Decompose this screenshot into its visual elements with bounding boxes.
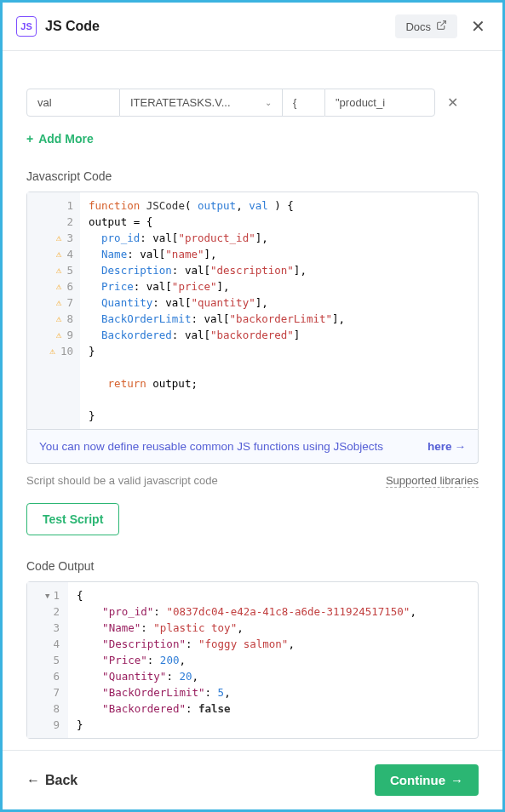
code-line[interactable]: Price: val["price"], (89, 278, 469, 294)
output-line: "Price": 200, (77, 652, 416, 668)
output-line: "Backordered": false (77, 700, 416, 717)
warning-icon: ⚠ (56, 329, 62, 340)
warning-icon: ⚠ (56, 281, 62, 292)
output-gutter-line: 5 (27, 652, 68, 668)
chevron-down-icon: ⌄ (265, 98, 272, 107)
jsobjects-text: You can now define reusable common JS fu… (39, 440, 428, 453)
output-line: { (77, 587, 416, 603)
code-line[interactable]: function JSCode( output, val ) { (89, 197, 469, 214)
output-gutter-line: 4 (27, 636, 68, 652)
warning-icon: ⚠ (56, 297, 62, 308)
output-gutter-line: 8 (27, 700, 68, 717)
param-source-dropdown[interactable]: ITERATETASKS.V... ⌄ (120, 89, 282, 117)
gutter-line: ⚠4 (27, 246, 80, 262)
close-button[interactable]: ✕ (468, 13, 489, 40)
continue-button[interactable]: Continue → (375, 764, 479, 796)
code-line[interactable]: Name: val["name"], (89, 246, 469, 262)
code-line[interactable] (89, 359, 469, 375)
warning-icon: ⚠ (56, 265, 62, 276)
output-body: { "pro_id": "0837dc04-e42a-41c8-a6de-311… (68, 582, 425, 738)
dropdown-value: ITERATETASKS.V... (130, 96, 231, 109)
code-line[interactable]: BackOrderLimit: val["backorderLimit"], (89, 311, 469, 327)
gutter-line (27, 375, 80, 392)
code-line[interactable]: output = { (89, 214, 469, 230)
arrow-right-icon: → (450, 773, 463, 787)
fold-triangle-icon[interactable]: ▼ (45, 592, 49, 600)
test-script-button[interactable]: Test Script (26, 503, 119, 535)
docs-label: Docs (405, 20, 431, 33)
here-label: here (428, 440, 452, 453)
code-line[interactable]: return output; (89, 375, 469, 392)
gutter-line: ⚠9 (27, 327, 80, 343)
docs-button[interactable]: Docs (395, 14, 457, 38)
param-value-preview[interactable]: "product_i (324, 89, 435, 117)
back-button[interactable]: ← Back (26, 773, 77, 788)
arrow-right-icon: → (455, 440, 467, 453)
arrow-left-icon: ← (26, 773, 40, 788)
code-body[interactable]: function JSCode( output, val ) {output =… (80, 192, 478, 429)
output-line: "Quantity": 20, (77, 668, 416, 684)
code-section-label: Javascript Code (26, 169, 479, 183)
output-line: "pro_id": "0837dc04-e42a-41c8-a6de-31192… (77, 603, 416, 620)
add-more-label: Add More (38, 132, 94, 146)
code-line[interactable]: Backordered: val["backordered"] (89, 327, 469, 343)
external-link-icon (436, 20, 447, 33)
output-gutter-line: 9 (27, 717, 68, 733)
gutter-line: ⚠8 (27, 311, 80, 327)
gutter-line: 2 (27, 214, 80, 230)
remove-param-button[interactable]: ✕ (447, 94, 458, 111)
output-gutter-line: 2 (27, 603, 68, 620)
code-line[interactable]: } (89, 343, 469, 359)
back-label: Back (45, 773, 77, 788)
code-line[interactable]: pro_id: val["product_id"], (89, 230, 469, 246)
gutter-line: ⚠7 (27, 294, 80, 311)
gutter-line: ⚠10 (27, 343, 80, 359)
warning-icon: ⚠ (56, 232, 62, 243)
output-line: "Description": "foggy salmon", (77, 636, 416, 652)
warning-icon: ⚠ (56, 249, 62, 260)
code-line[interactable]: Description: val["description"], (89, 262, 469, 278)
gutter-line (27, 392, 80, 408)
param-brace: { (282, 89, 324, 117)
param-row: val ITERATETASKS.V... ⌄ { "product_i ✕ (26, 89, 479, 117)
hint-text: Script should be a valid javascript code (26, 474, 218, 488)
code-gutter: 12⚠3⚠4⚠5⚠6⚠7⚠8⚠9⚠10 (27, 192, 80, 429)
output-line: "BackOrderLimit": 5, (77, 684, 416, 700)
warning-icon: ⚠ (49, 346, 55, 357)
plus-icon: + (26, 132, 33, 146)
output-block: ▼123456789 { "pro_id": "0837dc04-e42a-41… (26, 581, 479, 739)
add-more-button[interactable]: + Add More (26, 132, 479, 146)
jsobjects-banner: You can now define reusable common JS fu… (26, 430, 479, 464)
gutter-line: ⚠3 (27, 230, 80, 246)
code-line[interactable]: Quantity: val["quantity"], (89, 294, 469, 311)
code-editor[interactable]: 12⚠3⚠4⚠5⚠6⚠7⚠8⚠9⚠10 function JSCode( out… (26, 192, 479, 430)
output-gutter-line: 7 (27, 684, 68, 700)
gutter-line: ⚠5 (27, 262, 80, 278)
close-icon: ✕ (471, 17, 485, 36)
gutter-line (27, 359, 80, 375)
gutter-line (27, 408, 80, 424)
code-line[interactable] (89, 392, 469, 408)
output-line: } (77, 717, 416, 733)
code-line[interactable]: } (89, 408, 469, 424)
footer: ← Back Continue → (3, 750, 502, 809)
content-area: val ITERATETASKS.V... ⌄ { "product_i ✕ +… (3, 51, 502, 750)
warning-icon: ⚠ (56, 313, 62, 324)
here-link[interactable]: here → (428, 440, 466, 453)
output-gutter-line: ▼1 (27, 587, 68, 603)
hint-row: Script should be a valid javascript code… (26, 474, 479, 488)
output-section-label: Code Output (26, 559, 479, 573)
param-name-input[interactable]: val (26, 89, 120, 117)
header: JS JS Code Docs ✕ (3, 3, 502, 51)
page-title: JS Code (45, 19, 395, 34)
continue-label: Continue (390, 773, 445, 787)
output-gutter-line: 3 (27, 620, 68, 636)
output-gutter: ▼123456789 (27, 582, 68, 738)
supported-libraries-link[interactable]: Supported libraries (386, 474, 479, 488)
close-icon: ✕ (447, 95, 458, 110)
output-gutter-line: 6 (27, 668, 68, 684)
js-badge-icon: JS (16, 16, 37, 37)
svg-line-0 (440, 21, 445, 26)
output-line: "Name": "plastic toy", (77, 620, 416, 636)
gutter-line: ⚠6 (27, 278, 80, 294)
